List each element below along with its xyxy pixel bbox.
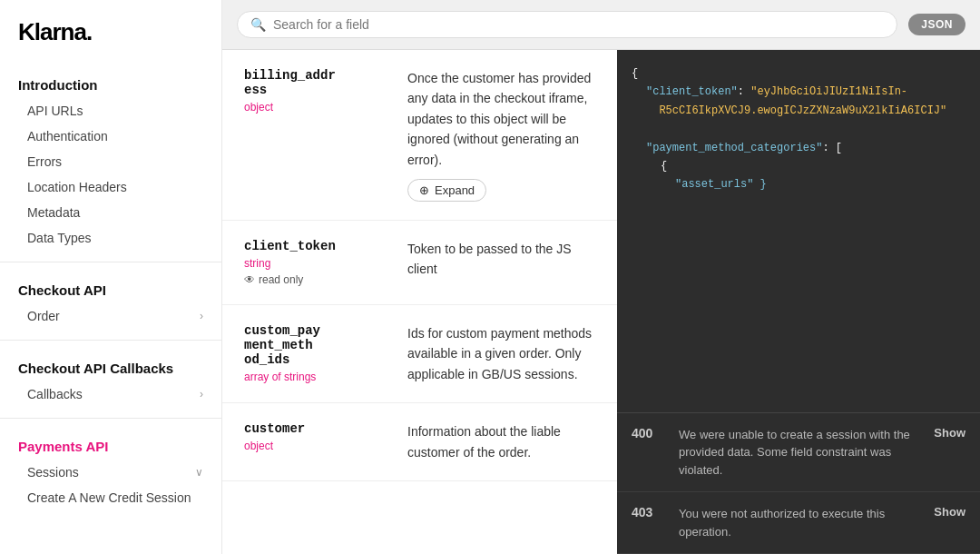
search-bar: 🔍 JSON	[222, 0, 980, 50]
expand-label: Expand	[435, 183, 475, 197]
sidebar-section-introduction: Introduction	[0, 68, 221, 98]
sidebar-item-location-headers[interactable]: Location Headers	[0, 174, 221, 200]
sidebar-item-metadata[interactable]: Metadata	[0, 200, 221, 225]
sidebar-item-data-types[interactable]: Data Types	[0, 225, 221, 251]
sidebar-item-order-label: Order	[27, 309, 60, 323]
show-link-403[interactable]: Show	[934, 505, 965, 519]
show-link-400[interactable]: Show	[934, 426, 965, 440]
field-row-client-token: client_token string 👁 read only Token to…	[222, 221, 617, 305]
code-block: { "client_token": "eyJhbGciOiJIUzI1NiIsI…	[617, 50, 980, 412]
json-badge[interactable]: JSON	[908, 14, 965, 35]
api-docs: billing_address object Once the customer…	[222, 50, 617, 554]
chevron-down-icon: ∨	[195, 466, 203, 479]
sidebar-item-errors[interactable]: Errors	[0, 149, 221, 174]
code-line-1: {	[632, 64, 965, 83]
expand-icon: ⊕	[419, 183, 429, 197]
status-desc-400: We were unable to create a session with …	[679, 426, 919, 480]
field-desc-client-token: Token to be passed to the JS client	[407, 239, 595, 286]
sidebar-item-sessions-label: Sessions	[27, 465, 79, 480]
field-type-client-token: string	[244, 257, 389, 270]
sidebar-item-api-urls[interactable]: API URLs	[0, 98, 221, 124]
chevron-right-icon-2: ›	[200, 388, 203, 401]
field-desc-billing-text: Once the customer has provided any data …	[407, 71, 591, 167]
field-meta-read-only: 👁 read only	[244, 273, 389, 286]
sidebar-section-checkout: Checkout API	[0, 273, 221, 303]
logo: Klarna.	[0, 18, 221, 68]
sidebar-section-payments: Payments API	[0, 430, 221, 460]
code-line-5: "asset_urls" }	[632, 175, 965, 193]
field-left-billing: billing_address object	[244, 68, 389, 202]
expand-button-billing[interactable]: ⊕ Expand	[407, 179, 486, 202]
field-desc-billing: Once the customer has provided any data …	[407, 68, 595, 202]
field-type-billing: object	[244, 101, 389, 114]
sidebar-item-authentication[interactable]: Authentication	[0, 124, 221, 149]
sidebar-item-sessions[interactable]: Sessions ∨	[0, 460, 221, 485]
field-left-customer: customer object	[244, 421, 389, 462]
eye-icon: 👁	[244, 273, 255, 286]
status-code-400: 400	[632, 426, 664, 440]
code-line-3: "payment_method_categories": [	[632, 139, 965, 157]
main-area: 🔍 JSON billing_address object Once the c…	[222, 0, 980, 554]
search-input[interactable]	[273, 17, 884, 32]
field-name-billing: billing_address	[244, 68, 389, 97]
field-row-customer: customer object Information about the li…	[222, 403, 617, 481]
field-desc-custom-payment: Ids for custom payment methods available…	[407, 323, 595, 384]
field-row-custom-payment: custom_payment_method_ids array of strin…	[222, 305, 617, 403]
content-split: billing_address object Once the customer…	[222, 50, 980, 554]
code-line-2: "client_token": "eyJhbGciOiJIUzI1NiIsIn-…	[632, 83, 965, 120]
search-icon: 🔍	[250, 17, 266, 32]
field-type-customer: object	[244, 440, 389, 452]
divider-2	[0, 340, 221, 341]
sidebar-section-callbacks: Checkout API Callbacks	[0, 351, 221, 381]
field-desc-customer: Information about the liable customer of…	[407, 421, 595, 462]
search-input-wrap[interactable]: 🔍	[237, 11, 897, 38]
field-left-client-token: client_token string 👁 read only	[244, 239, 389, 286]
field-left-custom-payment: custom_payment_method_ids array of strin…	[244, 323, 389, 384]
response-codes: 400 We were unable to create a session w…	[617, 412, 980, 555]
divider-1	[0, 262, 221, 262]
response-403-row: 403 You were not authorized to execute t…	[617, 492, 980, 554]
field-row-billing-address: billing_address object Once the customer…	[222, 50, 617, 221]
sidebar-item-callbacks[interactable]: Callbacks ›	[0, 381, 221, 407]
status-code-403: 403	[632, 505, 664, 519]
divider-3	[0, 418, 221, 419]
read-only-label: read only	[259, 273, 303, 286]
status-desc-403: You were not authorized to execute this …	[679, 505, 919, 540]
response-panel: { "client_token": "eyJhbGciOiJIUzI1NiIsI…	[617, 50, 980, 554]
sidebar-item-order[interactable]: Order ›	[0, 303, 221, 329]
field-name-customer: customer	[244, 421, 389, 436]
chevron-right-icon: ›	[200, 310, 203, 322]
sidebar-item-create-session[interactable]: Create A New Credit Session	[0, 485, 221, 510]
sidebar: Klarna. Introduction API URLs Authentica…	[0, 0, 222, 554]
code-line-4: {	[632, 157, 965, 175]
field-type-custom-payment: array of strings	[244, 371, 389, 383]
response-400-row: 400 We were unable to create a session w…	[617, 413, 980, 493]
field-name-client-token: client_token	[244, 239, 389, 253]
sidebar-item-callbacks-label: Callbacks	[27, 387, 83, 401]
field-name-custom-payment: custom_payment_method_ids	[244, 323, 389, 367]
